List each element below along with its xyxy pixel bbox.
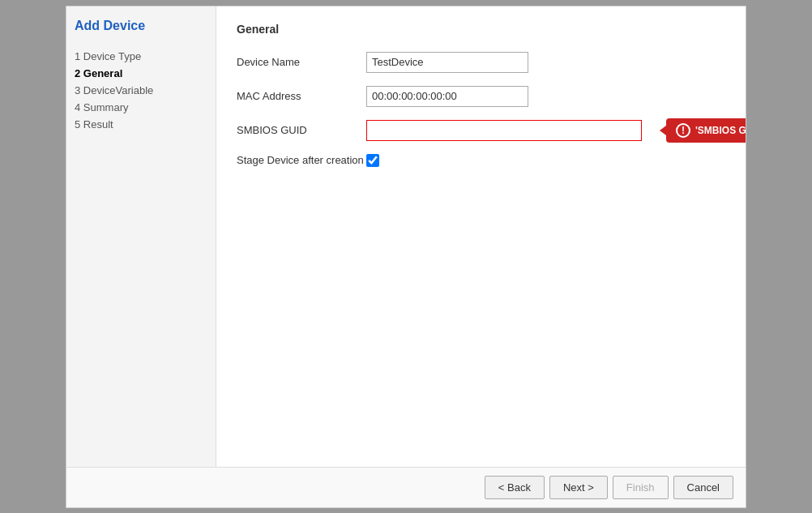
footer: < Back Next > Finish Cancel xyxy=(66,467,746,507)
sidebar-item-device-variable[interactable]: 3 DeviceVariable xyxy=(75,82,207,99)
stage-device-row: Stage Device after creation xyxy=(237,154,725,167)
mac-address-label: MAC Address xyxy=(237,90,366,102)
sidebar-item-device-type[interactable]: 1 Device Type xyxy=(75,48,207,65)
back-button[interactable]: < Back xyxy=(485,476,545,499)
error-tooltip-text: 'SMBIOS GUID' is not valid. xyxy=(695,125,746,136)
sidebar-item-summary[interactable]: 4 Summary xyxy=(75,99,207,116)
finish-button[interactable]: Finish xyxy=(613,476,669,499)
smbios-guid-input[interactable] xyxy=(366,120,642,141)
sidebar-item-general[interactable]: 2 General xyxy=(75,65,207,82)
smbios-guid-error-tooltip: ! 'SMBIOS GUID' is not valid. xyxy=(666,118,746,143)
add-device-dialog: Add Device 1 Device Type 2 General 3 Dev… xyxy=(66,6,746,508)
cancel-button[interactable]: Cancel xyxy=(673,476,733,499)
device-name-label: Device Name xyxy=(237,56,366,68)
mac-address-input[interactable] xyxy=(366,86,528,107)
device-name-row: Device Name xyxy=(237,52,725,73)
next-button[interactable]: Next > xyxy=(549,476,608,499)
mac-address-row: MAC Address xyxy=(237,86,725,107)
device-name-input[interactable] xyxy=(366,52,528,73)
sidebar-item-result[interactable]: 5 Result xyxy=(75,116,207,133)
sidebar-title: Add Device xyxy=(75,19,207,33)
sidebar: Add Device 1 Device Type 2 General 3 Dev… xyxy=(66,6,216,467)
stage-device-checkbox[interactable] xyxy=(366,154,379,167)
smbios-guid-label: SMBIOS GUID xyxy=(237,124,366,136)
dialog-body: Add Device 1 Device Type 2 General 3 Dev… xyxy=(66,6,746,467)
error-icon: ! xyxy=(676,123,690,138)
smbios-guid-row: SMBIOS GUID ! 'SMBIOS GUID' is not valid… xyxy=(237,120,725,141)
main-content: General Device Name MAC Address SMBIOS G… xyxy=(216,6,746,467)
section-title: General xyxy=(237,23,725,36)
stage-device-label: Stage Device after creation xyxy=(237,154,366,166)
